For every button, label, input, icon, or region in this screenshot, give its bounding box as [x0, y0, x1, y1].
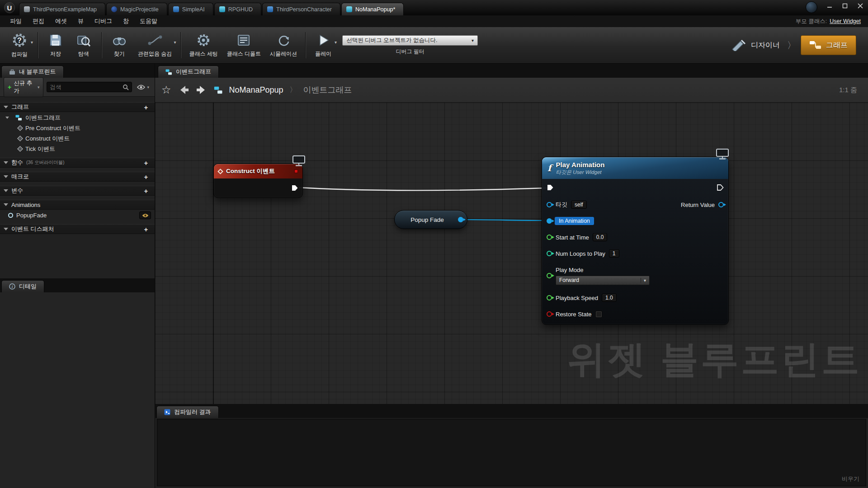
section-macros[interactable]: 매크로 +: [0, 172, 155, 182]
target-self-box[interactable]: self: [571, 201, 587, 209]
breadcrumb-root[interactable]: NoManaPopup: [229, 85, 283, 95]
playback-speed-input[interactable]: 1.0: [602, 294, 617, 302]
simulate-button[interactable]: 시뮬레이션: [265, 31, 302, 60]
collapse-arrow-icon[interactable]: [4, 203, 8, 206]
item-construct-event[interactable]: Construct 이벤트: [0, 134, 155, 143]
menu-window[interactable]: 창: [118, 17, 134, 25]
play-button[interactable]: 플레이: [309, 31, 337, 60]
popup-fade-variable-node[interactable]: Popup Fade: [394, 210, 467, 229]
play-mode-pin[interactable]: [547, 273, 552, 278]
parent-class-link[interactable]: User Widget: [830, 18, 861, 24]
widget-icon: [219, 6, 225, 12]
popup-fade-output-pin[interactable]: [458, 217, 463, 222]
collapse-arrow-icon[interactable]: [4, 189, 8, 192]
exec-in-pin[interactable]: [547, 184, 554, 193]
restore-state-pin[interactable]: [547, 311, 552, 317]
add-graph-button[interactable]: +: [142, 103, 150, 111]
menu-debug[interactable]: 디버그: [89, 17, 118, 25]
chevron-down-icon: ▾: [472, 38, 474, 43]
hide-unrelated-button[interactable]: 관련없음 숨김: [133, 31, 176, 60]
graph-mode-icon: [809, 40, 822, 50]
tab-eventgraph-document[interactable]: 이벤트그래프: [158, 66, 219, 78]
add-variable-button[interactable]: +: [142, 187, 150, 195]
add-new-button[interactable]: + 신규 추가 ▾: [4, 77, 43, 97]
collapse-arrow-icon[interactable]: [4, 161, 8, 164]
item-tick-event[interactable]: Tick 이벤트: [0, 144, 155, 154]
collapse-arrow-icon[interactable]: [4, 228, 8, 230]
return-value-pin[interactable]: [718, 202, 724, 207]
animation-visibility-button[interactable]: [139, 211, 151, 219]
play-options-caret[interactable]: ▾: [335, 40, 337, 45]
minimize-button[interactable]: [822, 0, 837, 12]
clear-log-button[interactable]: 비우기: [842, 475, 859, 483]
window-tab-magicprojectile[interactable]: MagicProjectile: [106, 3, 167, 15]
details-panel-body: [0, 292, 155, 488]
start-at-time-input[interactable]: 0.0: [593, 233, 608, 241]
play-mode-dropdown[interactable]: Forward ▾: [556, 276, 650, 285]
menu-help[interactable]: 도움말: [134, 17, 163, 25]
window-tab-thirdpersonexamplemap[interactable]: ThirdPersonExampleMap: [19, 3, 105, 15]
tab-details[interactable]: i 디테일: [1, 280, 44, 292]
start-at-time-pin[interactable]: [547, 235, 552, 240]
window-tab-simpleai[interactable]: SimpleAI: [168, 3, 213, 15]
num-loops-pin[interactable]: [547, 251, 552, 256]
class-defaults-button[interactable]: 클래스 디폴트: [222, 31, 265, 60]
section-animations[interactable]: Animations: [0, 200, 155, 210]
window-tab-thirdpersoncharacter[interactable]: ThirdPersonCharacter: [262, 3, 340, 15]
forward-arrow-icon[interactable]: [196, 85, 208, 95]
item-popupfade[interactable]: PopupFade: [0, 211, 155, 220]
zoom-level-label: 1:1 줌: [839, 86, 862, 94]
target-pin[interactable]: [547, 202, 552, 207]
collapse-arrow-icon[interactable]: [4, 175, 8, 178]
section-event-dispatchers[interactable]: 이벤트 디스패처 +: [0, 224, 155, 234]
visibility-filter-button[interactable]: ▾: [135, 84, 151, 91]
add-dispatcher-button[interactable]: +: [142, 225, 150, 233]
menu-asset[interactable]: 에셋: [50, 17, 72, 25]
tab-label: ThirdPersonCharacter: [276, 6, 332, 13]
designer-mode-button[interactable]: 디자이너: [729, 36, 783, 55]
breadcrumb-leaf[interactable]: 이벤트그래프: [303, 84, 352, 95]
compile-button[interactable]: ? 컴파일: [5, 30, 33, 60]
favorite-star-icon[interactable]: ☆: [161, 84, 171, 96]
add-function-button[interactable]: +: [142, 159, 150, 167]
maximize-button[interactable]: [837, 0, 853, 12]
class-settings-button[interactable]: 클래스 세팅: [184, 31, 222, 60]
event-icon: [17, 136, 23, 141]
add-macro-button[interactable]: +: [142, 173, 150, 181]
collapse-arrow-icon[interactable]: [5, 117, 9, 119]
blueprint-search-box[interactable]: [47, 82, 132, 92]
tab-my-blueprint[interactable]: 내 블루프린트: [1, 66, 64, 78]
menu-file[interactable]: 파일: [5, 17, 27, 25]
exec-out-pin[interactable]: [717, 184, 724, 193]
compile-options-caret[interactable]: ▾: [31, 40, 33, 45]
window-tab-rpghud[interactable]: RPGHUD: [214, 3, 261, 15]
section-variables[interactable]: 변수 +: [0, 186, 155, 196]
event-graph-canvas[interactable]: Construct 이벤트 Popup Fade f Play Animatio…: [155, 103, 868, 404]
search-input[interactable]: [50, 84, 123, 90]
close-button[interactable]: [853, 0, 868, 12]
browse-button[interactable]: 탐색: [70, 31, 98, 60]
section-functions[interactable]: 함수 (36 오버라이더블) +: [0, 158, 155, 168]
play-animation-node[interactable]: f Play Animation 타깃은 User Widget 타깃 self…: [542, 157, 729, 325]
save-button[interactable]: 저장: [42, 31, 70, 60]
item-eventgraph[interactable]: 이벤트그래프: [0, 113, 155, 122]
window-tab-nomanapopup[interactable]: NoManaPopup*: [341, 3, 404, 15]
item-pre-construct-event[interactable]: Pre Construct 이벤트: [0, 123, 155, 133]
playback-speed-pin[interactable]: [547, 295, 552, 300]
collapse-arrow-icon[interactable]: [4, 106, 8, 108]
construct-exec-out-pin[interactable]: [291, 184, 298, 193]
back-arrow-icon[interactable]: [178, 85, 189, 95]
section-graphs[interactable]: 그래프 +: [0, 102, 155, 112]
menu-view[interactable]: 뷰: [72, 17, 89, 25]
menu-edit[interactable]: 편집: [27, 17, 50, 25]
in-animation-pin[interactable]: [547, 218, 552, 224]
construct-event-node[interactable]: Construct 이벤트: [213, 164, 303, 198]
graph-mode-button[interactable]: 그래프: [801, 35, 856, 55]
num-loops-input[interactable]: 1: [609, 249, 619, 258]
debug-object-dropdown[interactable]: 선택된 디버그 오브젝트가 없습니다. ▾: [342, 35, 478, 46]
hide-unrelated-caret[interactable]: ▾: [174, 40, 176, 45]
restore-state-checkbox[interactable]: [595, 311, 602, 318]
list-icon: [236, 33, 251, 48]
find-button[interactable]: 찾기: [105, 31, 133, 60]
tab-compiler-results[interactable]: 컴파일러 결과: [156, 406, 219, 418]
